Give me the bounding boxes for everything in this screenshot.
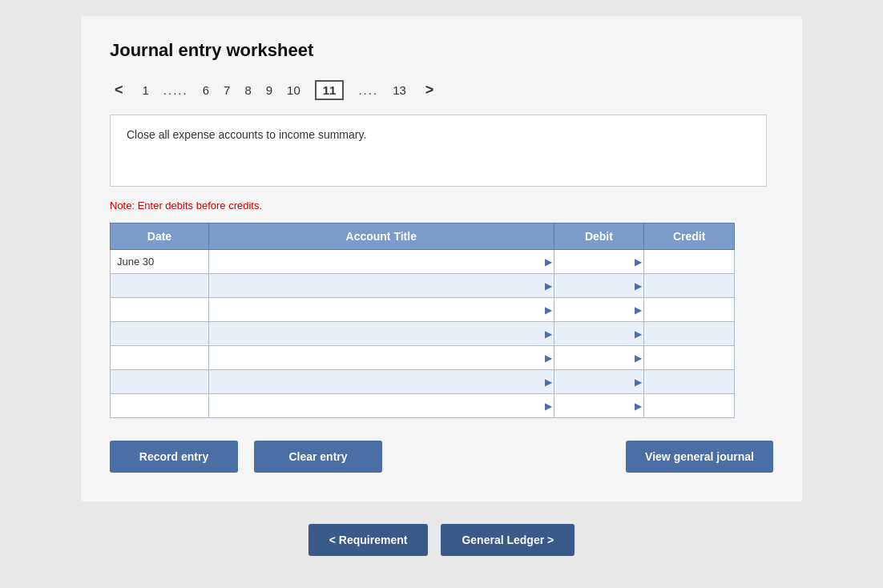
next-page-button[interactable]: > bbox=[421, 80, 439, 100]
row-indicator-debit-2: ▶ bbox=[635, 304, 642, 316]
debit-input-5[interactable] bbox=[554, 370, 644, 393]
clear-entry-button[interactable]: Clear entry bbox=[254, 441, 382, 473]
page-7[interactable]: 7 bbox=[224, 83, 230, 97]
credit-cell-3[interactable] bbox=[644, 322, 735, 346]
col-header-account: Account Title bbox=[209, 224, 554, 250]
pagination: < 1 ..... 6 7 8 9 10 11 .... 13 > bbox=[110, 80, 773, 100]
account-input-3[interactable] bbox=[209, 322, 554, 345]
debit-cell-2[interactable]: ▶ bbox=[554, 298, 644, 322]
row-indicator-debit-0: ▶ bbox=[635, 256, 642, 268]
credit-input-5[interactable] bbox=[644, 370, 734, 393]
col-header-debit: Debit bbox=[554, 224, 644, 250]
debit-input-0[interactable] bbox=[554, 250, 644, 273]
credit-input-4[interactable] bbox=[644, 346, 734, 369]
journal-table: Date Account Title Debit Credit June 30▶… bbox=[110, 223, 735, 418]
page-9[interactable]: 9 bbox=[266, 83, 272, 97]
account-cell-1[interactable]: ▶ bbox=[209, 274, 554, 298]
credit-cell-5[interactable] bbox=[644, 370, 735, 394]
date-cell-1 bbox=[111, 274, 209, 298]
col-header-date: Date bbox=[111, 224, 209, 250]
debit-cell-6[interactable]: ▶ bbox=[554, 394, 644, 418]
account-cell-2[interactable]: ▶ bbox=[209, 298, 554, 322]
row-indicator-account-4: ▶ bbox=[545, 352, 552, 364]
credit-input-3[interactable] bbox=[644, 322, 734, 345]
row-indicator-debit-4: ▶ bbox=[635, 352, 642, 364]
row-indicator-account-0: ▶ bbox=[545, 256, 552, 268]
dots-right: .... bbox=[358, 83, 378, 97]
row-indicator-account-3: ▶ bbox=[545, 328, 552, 340]
date-cell-5 bbox=[111, 370, 209, 394]
debit-input-6[interactable] bbox=[554, 394, 644, 417]
account-input-4[interactable] bbox=[209, 346, 554, 369]
credit-input-6[interactable] bbox=[644, 394, 734, 417]
credit-cell-0[interactable] bbox=[644, 250, 735, 274]
date-cell-2 bbox=[111, 298, 209, 322]
row-indicator-debit-5: ▶ bbox=[635, 377, 642, 388]
page-6[interactable]: 6 bbox=[203, 83, 209, 97]
debit-cell-4[interactable]: ▶ bbox=[554, 346, 644, 370]
credit-input-1[interactable] bbox=[644, 274, 734, 297]
table-row: ▶▶ bbox=[111, 322, 735, 346]
credit-cell-6[interactable] bbox=[644, 394, 735, 418]
general-ledger-button[interactable]: General Ledger > bbox=[441, 524, 575, 556]
table-row: ▶▶ bbox=[111, 346, 735, 370]
description-box: Close all expense accounts to income sum… bbox=[110, 115, 767, 187]
debit-cell-1[interactable]: ▶ bbox=[554, 274, 644, 298]
credit-cell-2[interactable] bbox=[644, 298, 735, 322]
buttons-row: Record entry Clear entry View general jo… bbox=[110, 441, 773, 473]
record-entry-button[interactable]: Record entry bbox=[110, 441, 238, 473]
row-indicator-debit-3: ▶ bbox=[635, 328, 642, 340]
account-cell-6[interactable]: ▶ bbox=[209, 394, 554, 418]
account-input-0[interactable] bbox=[209, 250, 554, 273]
account-cell-4[interactable]: ▶ bbox=[209, 346, 554, 370]
row-indicator-debit-1: ▶ bbox=[635, 280, 642, 292]
row-indicator-account-6: ▶ bbox=[545, 401, 552, 412]
prev-page-button[interactable]: < bbox=[110, 80, 128, 100]
requirement-button[interactable]: < Requirement bbox=[308, 524, 429, 556]
col-header-credit: Credit bbox=[644, 224, 735, 250]
table-row: ▶▶ bbox=[111, 370, 735, 394]
debit-cell-5[interactable]: ▶ bbox=[554, 370, 644, 394]
debit-cell-3[interactable]: ▶ bbox=[554, 322, 644, 346]
account-cell-5[interactable]: ▶ bbox=[209, 370, 554, 394]
table-row: ▶▶ bbox=[111, 298, 735, 322]
debit-cell-0[interactable]: ▶ bbox=[554, 250, 644, 274]
debit-input-3[interactable] bbox=[554, 322, 644, 345]
debit-input-1[interactable] bbox=[554, 274, 644, 297]
account-input-1[interactable] bbox=[209, 274, 554, 297]
page-13[interactable]: 13 bbox=[393, 83, 406, 97]
account-input-6[interactable] bbox=[209, 394, 554, 417]
row-indicator-debit-6: ▶ bbox=[635, 401, 642, 412]
row-indicator-account-1: ▶ bbox=[545, 280, 552, 292]
debit-input-2[interactable] bbox=[554, 298, 644, 321]
page-11-active[interactable]: 11 bbox=[315, 80, 345, 100]
date-cell-4 bbox=[111, 346, 209, 370]
table-row: ▶▶ bbox=[111, 274, 735, 298]
date-cell-0: June 30 bbox=[111, 250, 209, 274]
date-cell-6 bbox=[111, 394, 209, 418]
page-1[interactable]: 1 bbox=[143, 83, 149, 97]
debit-input-4[interactable] bbox=[554, 346, 644, 369]
credit-cell-4[interactable] bbox=[644, 346, 735, 370]
row-indicator-account-2: ▶ bbox=[545, 304, 552, 316]
credit-input-2[interactable] bbox=[644, 298, 734, 321]
credit-cell-1[interactable] bbox=[644, 274, 735, 298]
dots-left: ..... bbox=[163, 83, 188, 97]
account-input-2[interactable] bbox=[209, 298, 554, 321]
credit-input-0[interactable] bbox=[644, 250, 734, 273]
view-general-journal-button[interactable]: View general journal bbox=[626, 441, 773, 473]
account-cell-0[interactable]: ▶ bbox=[209, 250, 554, 274]
page-title: Journal entry worksheet bbox=[110, 40, 773, 61]
page-10[interactable]: 10 bbox=[287, 83, 300, 97]
page-8[interactable]: 8 bbox=[244, 83, 251, 97]
table-row: June 30▶▶ bbox=[111, 250, 735, 274]
description-text: Close all expense accounts to income sum… bbox=[127, 128, 366, 141]
account-cell-3[interactable]: ▶ bbox=[209, 322, 554, 346]
note-text: Note: Enter debits before credits. bbox=[110, 199, 773, 211]
account-input-5[interactable] bbox=[209, 370, 554, 393]
row-indicator-account-5: ▶ bbox=[545, 377, 552, 388]
main-card: Journal entry worksheet < 1 ..... 6 7 8 … bbox=[81, 16, 802, 501]
table-row: ▶▶ bbox=[111, 394, 735, 418]
bottom-nav: < Requirement General Ledger > bbox=[308, 524, 575, 556]
date-cell-3 bbox=[111, 322, 209, 346]
